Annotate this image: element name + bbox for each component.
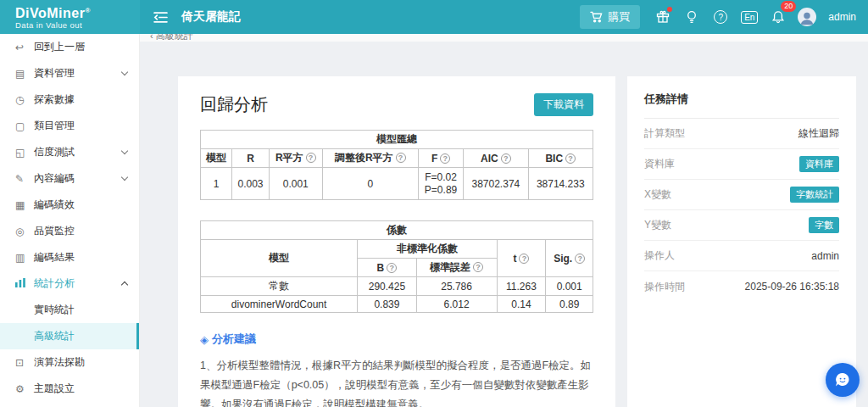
task-details-panel: 任務詳情 計算類型 線性迴歸 資料庫 資料庫 X變數 字數統計 Y變數 字數 操… <box>627 76 856 407</box>
task-row-database: 資料庫 資料庫 <box>644 149 839 180</box>
database-tag: 資料庫 <box>799 156 839 172</box>
help-icon[interactable] <box>565 153 576 164</box>
task-row-calc-type: 計算類型 線性迴歸 <box>644 119 839 149</box>
sidebar-item-quality-monitoring[interactable]: ◎ 品質監控 <box>0 218 139 244</box>
overlap-squares-icon: ◱ <box>15 147 34 159</box>
chat-smiley-icon <box>832 370 853 390</box>
category-icon: ▢ <box>15 120 34 132</box>
gem-icon: ◈ <box>200 333 209 346</box>
col-std-error: 標準誤差 <box>416 259 497 277</box>
logo-title: DiVoMiner® <box>15 3 140 20</box>
col-unstandardized: 非標準化係數 <box>358 240 497 259</box>
buy-button[interactable]: 購買 <box>580 5 640 29</box>
col-model: 模型 <box>201 149 232 168</box>
model-summary-title: 模型匯總 <box>201 131 593 149</box>
coef-b: 0.839 <box>358 296 416 313</box>
gift-icon[interactable] <box>650 4 676 30</box>
regression-analysis-card: 回歸分析 下載資料 模型匯總 模型 R R平方 調整後R平方 F AIC BIC… <box>178 76 615 407</box>
back-arrow-icon[interactable]: ‹ <box>150 34 153 41</box>
col-adj-r2: 調整後R平方 <box>322 149 418 168</box>
coef-std-error: 25.786 <box>416 277 497 296</box>
mining-icon: ⊡ <box>15 357 34 369</box>
help-icon[interactable] <box>575 254 585 264</box>
task-row-y-variable: Y變數 字數 <box>644 210 839 241</box>
page-title: 回歸分析 <box>200 93 268 116</box>
coef-model: 常數 <box>201 277 358 296</box>
coefficients-table: 係數 模型 非標準化係數 t Sig. B 標準誤差 常數 290.425 25… <box>200 220 593 313</box>
language-toggle[interactable]: En <box>737 4 762 30</box>
user-name[interactable]: admin <box>828 11 856 23</box>
sidebar-item-coding-results[interactable]: ▥ 編碼結果 <box>0 244 139 270</box>
chevron-down-icon <box>121 69 128 75</box>
sidebar-item-explore-data[interactable]: ◷ 探索數據 <box>0 86 139 113</box>
sidebar-item-statistical-analysis[interactable]: 統計分析 <box>0 270 139 297</box>
col-t: t <box>497 240 546 277</box>
r-value: 0.003 <box>232 168 270 200</box>
download-data-button[interactable]: 下載資料 <box>534 93 593 116</box>
model-summary-table: 模型匯總 模型 R R平方 調整後R平方 F AIC BIC 1 0.003 0… <box>200 130 593 200</box>
sidebar-item-category-management[interactable]: ▢ 類目管理 <box>0 113 139 139</box>
compass-icon: ◷ <box>15 94 34 106</box>
col-model: 模型 <box>201 240 358 277</box>
y-variable-tag: 字數 <box>809 217 839 233</box>
sidebar-item-reliability-test[interactable]: ◱ 信度測試 <box>0 139 139 165</box>
menu-fold-icon[interactable] <box>153 11 168 24</box>
help-icon[interactable] <box>473 262 483 272</box>
aic-value: 38702.374 <box>464 168 528 200</box>
help-icon[interactable] <box>396 153 406 163</box>
sidebar-item-coding-performance[interactable]: ▦ 編碼績效 <box>0 192 139 218</box>
help-icon[interactable] <box>501 153 511 164</box>
col-r: R <box>232 149 270 168</box>
col-r2: R平方 <box>270 149 323 168</box>
project-title: 倚天屠龍記 <box>181 9 241 25</box>
table-row: 1 0.003 0.001 0 F=0.02 P=0.89 38702.374 … <box>201 168 593 200</box>
help-icon[interactable] <box>519 254 529 264</box>
chevron-up-icon <box>121 282 128 288</box>
cart-icon <box>590 11 603 23</box>
sidebar-item-content-coding[interactable]: ✎ 內容編碼 <box>0 165 139 192</box>
help-circle-icon[interactable]: ? <box>708 4 733 30</box>
chat-support-button[interactable] <box>826 363 860 397</box>
table-row: 常數 290.425 25.786 11.263 0.001 <box>201 277 593 296</box>
document-icon: ▤ <box>15 68 34 80</box>
coef-std-error: 6.012 <box>416 296 497 313</box>
sidebar-item-realtime-statistics[interactable]: 實時統計 <box>0 297 139 323</box>
document-lines-icon: ▥ <box>15 252 34 264</box>
task-row-x-variable: X變數 字數統計 <box>644 180 839 210</box>
table-row: divominerWordCount 0.839 6.012 0.14 0.89 <box>201 296 593 313</box>
coef-t: 11.263 <box>497 277 546 296</box>
sidebar-item-algorithm-mining[interactable]: ⊡ 演算法探勘 <box>0 349 139 376</box>
chevron-down-icon <box>121 174 128 181</box>
coef-sig: 0.89 <box>546 296 593 313</box>
monitor-icon: ◎ <box>15 226 34 237</box>
sidebar-item-data-management[interactable]: ▤ 資料管理 <box>0 60 139 86</box>
suggestion-item: 1、分析模型整體情況，根據R平方的結果判斷模型的擬合程度，是否通過F檢定。如果模… <box>200 356 593 407</box>
bell-icon[interactable]: 20 <box>765 4 791 30</box>
breadcrumb-bar: ‹ 高級統計 <box>140 34 868 42</box>
task-details-title: 任務詳情 <box>644 92 839 119</box>
help-icon[interactable] <box>387 263 397 273</box>
chevron-down-icon <box>121 148 128 154</box>
user-avatar[interactable] <box>794 4 820 30</box>
r2-value: 0.001 <box>270 168 323 200</box>
logo-tagline: Data in Value out <box>15 20 140 30</box>
help-icon[interactable] <box>440 153 450 164</box>
sidebar-item-back[interactable]: ↩ 回到上一層 <box>0 34 139 60</box>
sidebar-item-theme-setup[interactable]: ⚙ 主題設立 <box>0 376 139 402</box>
pencil-icon: ✎ <box>15 173 34 185</box>
f-value: F=0.02 P=0.89 <box>418 168 463 200</box>
grid-icon: ▦ <box>15 199 34 211</box>
col-b: B <box>358 259 416 277</box>
task-row-operation-time: 操作時間 2025-09-26 16:35:18 <box>644 271 839 302</box>
gear-icon: ⚙ <box>15 383 34 395</box>
help-icon[interactable] <box>306 153 316 163</box>
app-logo[interactable]: DiVoMiner® Data in Value out <box>0 0 140 34</box>
sidebar-item-advanced-statistics[interactable]: 高級統計 <box>0 323 139 349</box>
breadcrumb[interactable]: ‹ 高級統計 <box>140 34 868 42</box>
app-header: DiVoMiner® Data in Value out 倚天屠龍記 購買 <box>0 0 868 34</box>
lightbulb-icon[interactable] <box>679 4 704 30</box>
col-sig: Sig. <box>546 240 593 277</box>
back-icon: ↩ <box>15 42 34 53</box>
task-row-operator: 操作人 admin <box>644 241 839 271</box>
col-bic: BIC <box>528 149 593 168</box>
